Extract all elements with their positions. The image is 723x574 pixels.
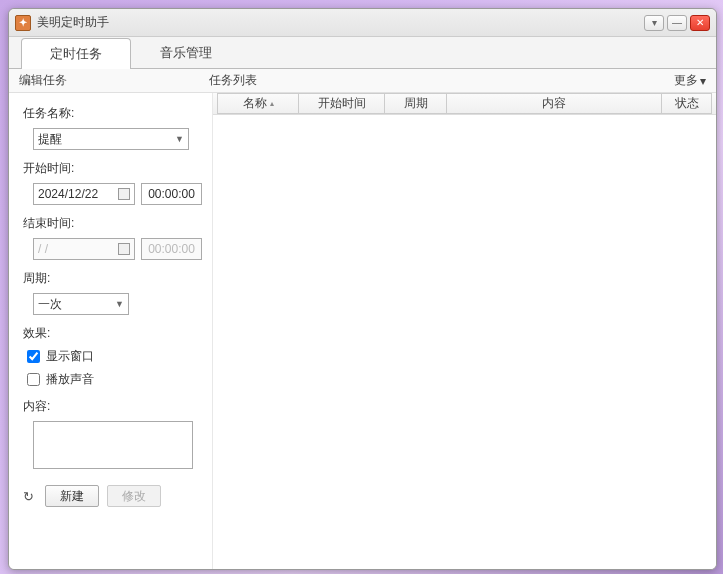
chevron-down-icon: ▼ [175,134,184,144]
col-period[interactable]: 周期 [385,93,447,114]
period-value: 一次 [38,296,62,313]
titlebar: ✦ 美明定时助手 ▾ — ✕ [9,9,716,37]
new-button[interactable]: 新建 [45,485,99,507]
start-date-input[interactable]: 2024/12/22 [33,183,135,205]
chevron-down-icon: ▾ [700,74,706,88]
minimize-button[interactable]: — [667,15,687,31]
task-name-label: 任务名称: [23,105,202,122]
content-textarea[interactable] [33,421,193,469]
end-time-label: 结束时间: [23,215,202,232]
start-time-label: 开始时间: [23,160,202,177]
col-content[interactable]: 内容 [447,93,662,114]
play-sound-text: 播放声音 [46,371,94,388]
effect-label: 效果: [23,325,202,342]
calendar-icon[interactable] [118,243,130,255]
sub-header: 编辑任务 任务列表 更多 ▾ [9,69,716,93]
show-window-check-input[interactable] [27,350,40,363]
calendar-icon[interactable] [118,188,130,200]
tab-timed-tasks[interactable]: 定时任务 [21,38,131,69]
task-list-panel: 名称 ▴ 开始时间 周期 内容 状态 [213,93,716,569]
play-sound-check-input[interactable] [27,373,40,386]
more-menu[interactable]: 更多 ▾ [674,72,706,89]
col-start-time[interactable]: 开始时间 [299,93,385,114]
period-select[interactable]: 一次 ▼ [33,293,129,315]
sort-asc-icon: ▴ [270,99,274,108]
column-headers: 名称 ▴ 开始时间 周期 内容 状态 [213,93,716,115]
play-sound-checkbox[interactable]: 播放声音 [27,371,202,388]
end-time-input[interactable]: 00:00:00 [141,238,202,260]
task-name-value: 提醒 [38,131,62,148]
content-area: 任务名称: 提醒 ▼ 开始时间: 2024/12/22 00:00:00 结束时… [9,93,716,569]
start-date-value: 2024/12/22 [38,187,98,201]
tab-music-management[interactable]: 音乐管理 [131,37,241,68]
task-name-select[interactable]: 提醒 ▼ [33,128,189,150]
end-date-value: / / [38,242,48,256]
app-window: ✦ 美明定时助手 ▾ — ✕ 定时任务 音乐管理 编辑任务 任务列表 更多 ▾ … [8,8,717,570]
chevron-down-icon: ▼ [115,299,124,309]
dropdown-button[interactable]: ▾ [644,15,664,31]
period-label: 周期: [23,270,202,287]
window-title: 美明定时助手 [37,14,641,31]
tab-bar: 定时任务 音乐管理 [9,37,716,69]
start-time-input[interactable]: 00:00:00 [141,183,202,205]
modify-button[interactable]: 修改 [107,485,161,507]
content-label: 内容: [23,398,202,415]
edit-task-panel: 任务名称: 提醒 ▼ 开始时间: 2024/12/22 00:00:00 结束时… [9,93,213,569]
refresh-icon[interactable]: ↻ [23,489,37,504]
close-button[interactable]: ✕ [690,15,710,31]
show-window-checkbox[interactable]: 显示窗口 [27,348,202,365]
col-status[interactable]: 状态 [662,93,712,114]
end-date-input[interactable]: / / [33,238,135,260]
task-list-label: 任务列表 [209,72,674,89]
more-label: 更多 [674,72,698,89]
show-window-text: 显示窗口 [46,348,94,365]
app-icon: ✦ [15,15,31,31]
edit-task-label: 编辑任务 [19,72,209,89]
task-list-body[interactable] [213,115,716,569]
col-name[interactable]: 名称 ▴ [217,93,299,114]
